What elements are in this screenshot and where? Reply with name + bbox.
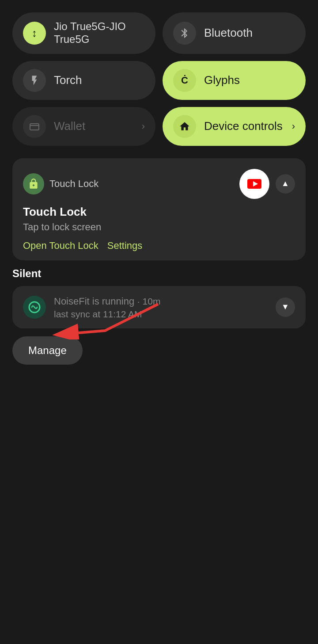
noisefit-title-text: NoiseFit is running <box>54 296 134 307</box>
touchlock-actions: Open Touch Lock Settings <box>23 240 295 252</box>
noisefit-time: · <box>137 296 143 306</box>
touchlock-desc: Tap to lock screen <box>23 221 295 233</box>
touchlock-header-right: ▲ <box>239 169 295 199</box>
device-controls-label: Device controls <box>204 119 283 133</box>
notifications-area: Touch Lock ▲ Touch Lock Tap to lock scre… <box>0 146 318 365</box>
touchlock-app-row: Touch Lock <box>23 173 98 194</box>
touchlock-app-name: Touch Lock <box>49 178 98 190</box>
bluetooth-icon <box>173 22 196 45</box>
glyphs-icon: Ċ <box>173 69 196 92</box>
noisefit-left: NoiseFit is running · 10m last sync at 1… <box>23 295 160 320</box>
network-icon: ↕ <box>23 22 46 45</box>
silent-section-label: Silent <box>12 267 306 280</box>
touchlock-expand-btn[interactable]: ▲ <box>276 174 295 194</box>
wallet-chevron: › <box>142 121 145 132</box>
wallet-left: Wallet <box>23 115 85 138</box>
noisefit-time-value: 10m <box>143 296 161 306</box>
noisefit-expand-btn[interactable]: ▼ <box>276 297 295 317</box>
torch-icon <box>23 69 46 92</box>
torch-label: Torch <box>54 73 82 87</box>
device-controls-left: Device controls <box>173 115 283 138</box>
noisefit-title: NoiseFit is running · 10m <box>54 295 160 307</box>
quick-settings-panel: ↕ Jio True5G-JIOTrue5G Bluetooth Torch Ċ <box>0 0 318 146</box>
noisefit-text: NoiseFit is running · 10m last sync at 1… <box>54 295 160 320</box>
noisefit-subtitle: last sync at 11:12 AM <box>54 309 160 320</box>
youtube-icon[interactable] <box>239 169 269 199</box>
svg-rect-0 <box>30 124 39 130</box>
network-label: Jio True5G-JIOTrue5G <box>54 20 126 46</box>
torch-tile[interactable]: Torch <box>12 61 155 100</box>
wallet-label: Wallet <box>54 119 85 133</box>
wallet-icon <box>23 115 46 138</box>
touchlock-app-icon <box>23 173 44 194</box>
network-tile[interactable]: ↕ Jio True5G-JIOTrue5G <box>12 12 155 54</box>
bluetooth-label: Bluetooth <box>204 26 253 40</box>
touchlock-header-row: Touch Lock ▲ <box>23 169 295 199</box>
glyphs-label: Glyphs <box>204 73 240 87</box>
device-controls-icon <box>173 115 196 138</box>
noisefit-icon <box>23 296 46 319</box>
noisefit-notification: NoiseFit is running · 10m last sync at 1… <box>12 286 306 328</box>
touchlock-title: Touch Lock <box>23 205 295 219</box>
bluetooth-tile[interactable]: Bluetooth <box>163 12 306 54</box>
device-controls-tile[interactable]: Device controls › <box>163 107 306 146</box>
manage-button[interactable]: Manage <box>12 336 83 365</box>
glyphs-tile[interactable]: Ċ Glyphs <box>163 61 306 100</box>
touchlock-settings-btn[interactable]: Settings <box>107 240 143 252</box>
wallet-tile[interactable]: Wallet › <box>12 107 155 146</box>
qs-grid: ↕ Jio True5G-JIOTrue5G Bluetooth Torch Ċ <box>12 12 306 146</box>
touchlock-notification: Touch Lock ▲ Touch Lock Tap to lock scre… <box>12 158 306 260</box>
device-controls-chevron: › <box>292 121 295 132</box>
open-touchlock-btn[interactable]: Open Touch Lock <box>23 240 98 252</box>
